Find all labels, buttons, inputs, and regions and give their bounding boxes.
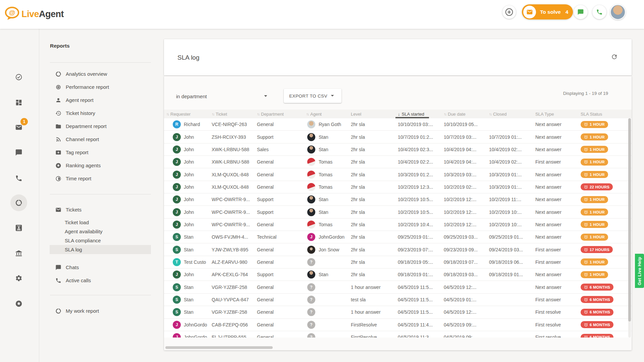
refresh-button[interactable] <box>609 51 620 62</box>
horizontal-scrollbar[interactable] <box>164 346 632 349</box>
sidebar-item-tag-report[interactable]: Tag report <box>39 146 160 159</box>
column-header-sla-type[interactable]: SLA Type <box>533 110 578 118</box>
table-row[interactable]: JJohnXLM-QUXOL-848GeneralTomas2hr sla10/… <box>164 168 632 181</box>
closed-cell: 10/3/2019 01:... <box>487 168 533 180</box>
table-row[interactable]: JJohnWPC-OWRTR-9...SupportStan2hr sla10/… <box>164 206 632 218</box>
column-header-agent[interactable]: ↑↓Agent <box>304 110 348 118</box>
chats-button[interactable] <box>574 5 588 19</box>
rail-settings-button[interactable] <box>12 272 25 285</box>
table-row[interactable]: JJohnXLM-QUXOL-848GeneralTomas2hr sla10/… <box>164 181 632 193</box>
column-header-due-date[interactable]: ↑↓Due date <box>441 110 487 118</box>
alarm-icon <box>584 310 588 314</box>
sidebar-item-chats[interactable]: Chats <box>39 261 160 274</box>
get-live-help-tab[interactable]: Get Live Help <box>635 254 644 288</box>
rail-tickets-button[interactable]: 1 <box>12 121 25 134</box>
rail-dashboard-button[interactable] <box>12 96 25 109</box>
table-row[interactable]: JJohnXWK-LRBNU-588SalesStan2hr sla10/4/2… <box>164 143 632 156</box>
add-button[interactable] <box>502 5 516 19</box>
level-value: 2hr sla <box>351 259 365 265</box>
rail-tasks-button[interactable] <box>12 70 25 84</box>
rail-calls-button[interactable] <box>12 172 25 185</box>
column-header-sla-started[interactable]: ↓SLA started <box>395 110 441 118</box>
ticket-cell: XWK-LRBNU-588 <box>209 143 255 156</box>
rail-reports-button[interactable] <box>10 194 27 211</box>
sidebar-item-channel-report[interactable]: Channel report <box>39 133 160 146</box>
app-logo[interactable]: @ LiveAgent <box>5 7 64 21</box>
sidebar-item-active-calls[interactable]: Active calls <box>39 274 160 287</box>
department-filter-select[interactable]: in department <box>176 92 269 101</box>
table-row[interactable]: JJohnWPC-OWRTR-9...SupportStan2hr sla10/… <box>164 193 632 206</box>
table-row[interactable]: SStanQAU-YVPCA-847General?test sla04/5/2… <box>164 294 632 306</box>
table-row[interactable]: SStanOWS-FVJMH-4...TechnicalJJohnGordon2… <box>164 231 632 243</box>
requester-name: JohnGordo <box>184 322 207 327</box>
agent-avatar <box>307 158 315 166</box>
ticket-code: ALZ-EARVU-980 <box>212 259 247 265</box>
column-header-level[interactable]: Level <box>348 110 395 118</box>
sla-status-cell: 1 HOUR <box>578 219 632 231</box>
column-header-sla-status[interactable]: SLA Status <box>578 110 632 118</box>
sidebar-item-my-work-report[interactable]: My work report <box>39 304 160 317</box>
sidebar-item-department-report[interactable]: Department report <box>39 120 160 133</box>
sidebar-item-tickets[interactable]: Tickets <box>39 203 160 216</box>
ticket-cell: QAU-YVPCA-847 <box>209 294 255 306</box>
sidebar-item-analytics-overview[interactable]: Analytics overview <box>39 67 160 80</box>
sidebar-item-agent-report[interactable]: Agent report <box>39 94 160 107</box>
column-header-department[interactable]: ↑↓Department <box>255 110 304 118</box>
horizontal-scrollbar-thumb[interactable] <box>165 346 273 349</box>
sla-started-cell: 10/2/2019 10:4... <box>395 219 441 231</box>
sidebar-subitem-sla-log[interactable]: SLA log <box>50 245 151 254</box>
ticket-cell: VCE-NIRQF-263 <box>209 118 255 130</box>
closed-cell-value: 09/18/2019 01... <box>489 272 523 277</box>
rail-chats-button[interactable] <box>12 146 25 159</box>
table-row[interactable]: JJohnWPC-OWRTR-9...GeneralTomas2hr sla10… <box>164 219 632 231</box>
sla-status-label: 6 MONTHS <box>590 310 610 314</box>
calls-button[interactable] <box>592 5 606 19</box>
table-row[interactable]: SStanYJW-ZWLYB-895GeneralJon Snow2hr sla… <box>164 243 632 256</box>
sidebar-subitem-sla-compliance[interactable]: SLA compliance <box>50 236 151 245</box>
to-solve-button[interactable]: To solve 4 <box>522 4 573 19</box>
column-header-closed[interactable]: ↑↓Closed <box>487 110 533 118</box>
due-date-cell-value: 04/5/2019 01:... <box>444 297 476 302</box>
table-row[interactable]: JJohnGordoELJ-UTPPP-555General?FirstReso… <box>164 331 632 338</box>
requester-avatar: J <box>173 321 181 329</box>
table-row[interactable]: TTest CustoALZ-EARVU-980General?2hr sla0… <box>164 256 632 268</box>
table-row[interactable]: SStanVGR-YJZBF-258General?1 hour answer0… <box>164 281 632 293</box>
department-cell: General <box>255 281 304 293</box>
rail-upgrade-button[interactable] <box>12 297 25 310</box>
sla-status-cell: 6 MONTHS <box>578 331 632 338</box>
table-row[interactable]: RRichardVCE-NIRQF-263GeneralRyan Goth2hr… <box>164 118 632 131</box>
sidebar-title: Reports <box>50 42 160 50</box>
sla-type-cell-value: Next answer <box>535 147 561 152</box>
table-row[interactable]: JJohnAPK-CEXLG-764SupportStan2hr sla09/1… <box>164 268 632 281</box>
user-avatar[interactable] <box>610 4 626 20</box>
logo-text: LiveAgent <box>21 9 64 19</box>
level-value: test sla <box>351 297 366 302</box>
column-header-requester[interactable]: ↑↓Requester <box>164 110 209 118</box>
export-to-csv-button[interactable]: EXPORT TO CSV <box>284 89 341 103</box>
sidebar-item-ranking-agents[interactable]: Ranking agents <box>39 159 160 172</box>
sidebar-item-performance-report[interactable]: Performance report <box>39 80 160 94</box>
vertical-scrollbar-thumb[interactable] <box>628 118 631 321</box>
rail-contacts-button[interactable] <box>12 221 25 235</box>
rail-companies-button[interactable] <box>12 247 25 260</box>
sidebar-subitem-ticket-load[interactable]: Ticket load <box>50 218 151 227</box>
sidebar-subitem-agent-availability[interactable]: Agent availability <box>50 227 151 236</box>
sla-started-cell: 09/23/2019 07:... <box>395 243 441 255</box>
vertical-scrollbar[interactable] <box>628 118 631 338</box>
sidebar-item-time-report[interactable]: Time report <box>39 172 160 185</box>
table-row[interactable]: JJohnGordoCAB-FZEPQ-056General?FirstReso… <box>164 319 632 331</box>
table-row[interactable]: JJohnZSH-RCIXY-393SupportStan2hr sla10/7… <box>164 131 632 143</box>
sla-status-cell: 1 HOUR <box>578 156 632 168</box>
sla-type-cell: First answer <box>533 156 578 168</box>
table-row[interactable]: JJohnXWK-LRBNU-588GeneralTomas2hr sla10/… <box>164 156 632 168</box>
sidebar-item-ticket-history[interactable]: Ticket history <box>39 107 160 120</box>
level-cell: 1 hour answer <box>348 281 395 293</box>
sla-status-cell: 1 HOUR <box>578 268 632 281</box>
sort-desc-icon: ↓ <box>398 112 400 117</box>
column-header-ticket[interactable]: ↑↓Ticket <box>209 110 255 118</box>
sla-status-badge: 1 HOUR <box>581 171 608 178</box>
table-row[interactable]: SStanVGR-YJZBF-258General?1 hour answer0… <box>164 306 632 318</box>
pagination-status: Displaying 1 - 19 of 19 <box>563 91 608 96</box>
department-name: General <box>257 285 274 290</box>
ticket-cell: WPC-OWRTR-9... <box>209 206 255 218</box>
